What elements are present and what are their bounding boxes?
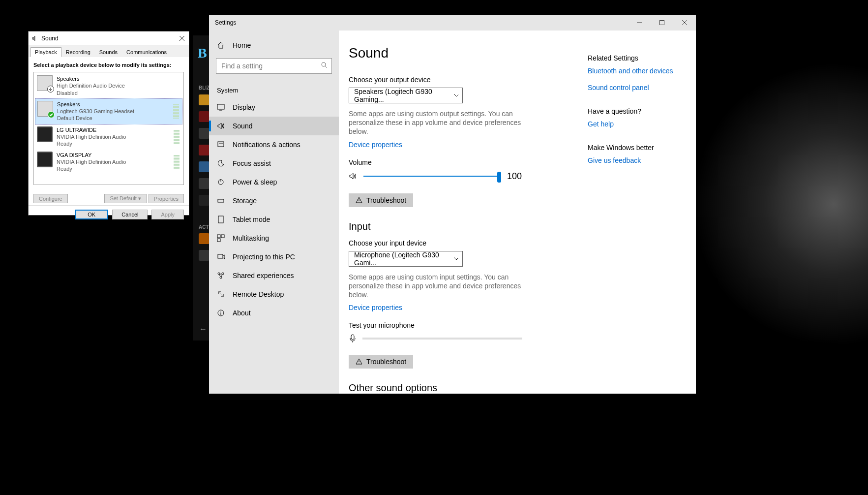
other-section-title: Other sound options [349,382,686,394]
search-icon [321,62,328,69]
nav-multitask[interactable]: Multitasking [209,229,339,248]
set-default-button[interactable]: Set Default ▾ [104,194,146,203]
sound-dialog-titlebar[interactable]: Sound [29,31,189,45]
close-button[interactable] [177,33,187,43]
default-badge-icon [48,111,55,118]
input-troubleshoot-button[interactable]: Troubleshoot [349,355,413,369]
projecting-icon [217,253,225,261]
warning-icon [356,358,362,365]
game-icon[interactable] [199,94,210,105]
nav-label: Power & sleep [233,178,277,186]
nav-label: Shared experiences [233,272,294,279]
nav-about[interactable]: About [209,304,339,322]
nav-label: Tablet mode [233,216,270,223]
disabled-badge-icon [47,86,54,93]
level-meter [174,152,180,169]
tab-recording[interactable]: Recording [61,47,95,57]
nav-label: About [233,309,251,317]
nav-label: Notifications & actions [233,141,300,149]
get-help-link[interactable]: Get help [588,120,686,128]
sound-icon [217,122,225,130]
nav-notifications[interactable]: Notifications & actions [209,135,339,154]
chevron-down-icon [454,257,458,260]
svg-point-19 [222,273,224,275]
svg-point-18 [218,273,220,275]
game-icon[interactable] [199,250,210,261]
nav-power[interactable]: Power & sleep [209,173,339,191]
output-device-dropdown[interactable]: Speakers (Logitech G930 Gaming... [349,88,463,103]
search-input[interactable] [216,58,332,74]
slider-thumb[interactable] [497,172,501,183]
output-troubleshoot-button[interactable]: Troubleshoot [349,193,413,207]
back-arrow-icon[interactable]: ← [199,325,207,334]
cancel-button[interactable]: Cancel [112,210,148,219]
svg-rect-14 [217,235,220,238]
tab-playback[interactable]: Playback [30,47,61,57]
input-device-dropdown[interactable]: Microphone (Logitech G930 Gami... [349,251,463,267]
game-icon[interactable] [199,128,210,139]
tab-sounds[interactable]: Sounds [95,47,122,57]
properties-button[interactable]: Properties [149,194,184,203]
nav-shared[interactable]: Shared experiences [209,266,339,285]
nav-tablet[interactable]: Tablet mode [209,210,339,229]
apply-button[interactable]: Apply [151,210,184,219]
bluetooth-link[interactable]: Bluetooth and other devices [588,67,686,75]
svg-rect-8 [218,142,224,147]
game-icon[interactable] [199,233,210,244]
shared-icon [217,272,225,279]
test-mic-label: Test your microphone [349,321,686,329]
tab-communications[interactable]: Communications [122,47,171,57]
nav-label: Focus assist [233,159,271,167]
nav-storage[interactable]: Storage [209,191,339,210]
output-device-properties-link[interactable]: Device properties [349,141,402,149]
bg-section-label: BLIZ [199,85,210,91]
device-status: Ready [57,140,170,147]
device-status: Ready [57,165,170,172]
device-item[interactable]: SpeakersHigh Definition Audio DeviceDisa… [35,73,182,98]
nav-remote[interactable]: Remote Desktop [209,285,339,304]
minimize-button[interactable] [628,15,651,31]
maximize-button[interactable] [651,15,673,31]
game-icon[interactable] [199,111,210,122]
device-name: Speakers [57,101,169,108]
device-icon [37,101,53,117]
device-icon [37,75,53,91]
nav-label: Storage [233,197,257,205]
home-link[interactable]: Home [209,36,339,54]
game-icon[interactable] [199,161,210,172]
device-list[interactable]: SpeakersHigh Definition Audio DeviceDisa… [33,72,184,185]
game-icon[interactable] [199,178,210,189]
volume-icon [349,172,358,181]
device-description: Logitech G930 Gaming Headset [57,108,169,115]
close-button[interactable] [673,15,696,31]
tablet-icon [217,216,225,223]
nav-projecting[interactable]: Projecting to this PC [209,248,339,266]
input-device-properties-link[interactable]: Device properties [349,304,402,311]
game-icon[interactable] [199,195,210,206]
svg-rect-26 [351,335,354,340]
device-status: Default Device [57,115,169,122]
ok-button[interactable]: OK [75,210,108,219]
device-item[interactable]: LG ULTRAWIDENVIDIA High Definition Audio… [35,124,182,150]
game-icon[interactable] [199,145,210,155]
nav-label: Remote Desktop [233,290,284,298]
speaker-icon [31,35,38,42]
settings-titlebar[interactable]: Settings [209,15,696,31]
input-device-label: Choose your input device [349,239,686,247]
blizzard-logo: B [198,45,207,61]
configure-button[interactable]: Configure [33,194,68,203]
nav-sound[interactable]: Sound [209,117,339,135]
device-item[interactable]: VGA DISPLAYNVIDIA High Definition AudioR… [35,150,182,175]
volume-slider[interactable] [363,176,501,177]
nav-label: Projecting to this PC [233,253,295,261]
device-info: LG ULTRAWIDENVIDIA High Definition Audio… [57,126,170,148]
storage-icon [217,197,225,205]
device-item[interactable]: SpeakersLogitech G930 Gaming HeadsetDefa… [35,98,182,124]
nav-display[interactable]: Display [209,98,339,117]
sound-control-panel-link[interactable]: Sound control panel [588,84,686,92]
feedback-link[interactable]: Give us feedback [588,156,686,164]
nav-focus-assist[interactable]: Focus assist [209,154,339,173]
input-hint: Some apps are using custom input setting… [349,273,526,300]
input-section-title: Input [349,221,686,232]
svg-rect-17 [218,254,223,258]
